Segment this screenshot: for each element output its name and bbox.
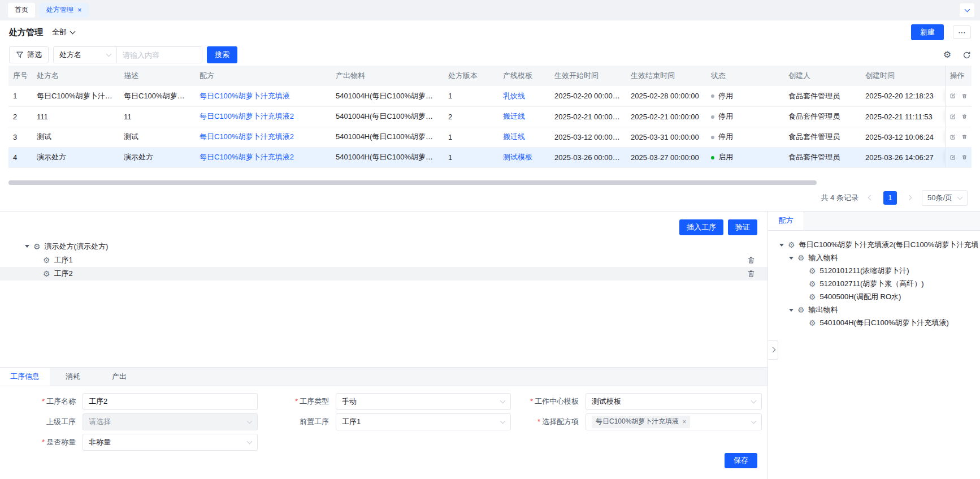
gear-icon: ⚙ xyxy=(797,306,805,314)
formula-material-node[interactable]: ⚙5401004H(每日C100%胡萝卜汁充填液) xyxy=(775,317,978,330)
tab-工序信息[interactable]: 工序信息 xyxy=(0,368,50,386)
scrollbar-thumb[interactable] xyxy=(8,180,817,185)
refresh-icon[interactable] xyxy=(962,51,971,59)
formula-link[interactable]: 每日C100%胡萝卜汁充填液2 xyxy=(200,112,294,120)
page-number-button[interactable]: 1 xyxy=(883,191,897,205)
gear-icon: ⚙ xyxy=(43,270,50,278)
tag-close-icon[interactable]: × xyxy=(682,418,686,426)
weighing-field[interactable]: 非称量 xyxy=(83,434,258,451)
edit-icon[interactable] xyxy=(950,133,956,141)
tab-formula[interactable]: 配方 xyxy=(768,212,804,230)
formula-link[interactable]: 每日C100%胡萝卜汁充填液2 xyxy=(200,153,294,161)
recipe-item-field[interactable]: 每日C100%胡萝卜汁充填液× xyxy=(586,413,762,430)
operation-type-field[interactable]: 手动 xyxy=(336,393,511,410)
validate-button[interactable]: 验证 xyxy=(728,219,757,235)
operation-type-label: *工序类型 xyxy=(258,396,336,407)
table-row[interactable]: 211111每日C100%胡萝卜汁充填液25401004H(每日C100%胡萝卜… xyxy=(8,106,972,127)
tab-产出[interactable]: 产出 xyxy=(96,368,142,386)
cell-status: 停用 xyxy=(706,127,784,147)
panel-collapse-button[interactable] xyxy=(768,340,778,360)
process-tree-root[interactable]: ⚙ 演示处方(演示处方) xyxy=(0,240,767,253)
chevron-down-icon xyxy=(751,398,757,403)
tree-expand-icon[interactable] xyxy=(779,244,784,247)
filter-toolbar: 筛选 处方名 搜索 ⚙ xyxy=(0,44,980,66)
cell-seq: 2 xyxy=(8,106,32,127)
formula-panel-tabs: 配方 xyxy=(768,212,980,231)
line-template-link[interactable]: 搬迁线 xyxy=(503,112,525,120)
settings-gear-icon[interactable]: ⚙ xyxy=(943,50,951,59)
work-center-template-field[interactable]: 测试模板 xyxy=(586,393,762,410)
page-size-value: 50条/页 xyxy=(927,193,952,203)
new-button[interactable]: 新建 xyxy=(911,24,944,40)
formula-tree-root[interactable]: ⚙每日C100%胡萝卜汁充填液2(每日C100%胡萝卜汁充填... xyxy=(775,239,978,252)
column-header: 描述 xyxy=(119,66,195,86)
insert-operation-button[interactable]: 插入工序 xyxy=(679,219,723,235)
edit-icon[interactable] xyxy=(950,153,956,162)
next-page-button[interactable] xyxy=(903,191,916,205)
delete-icon[interactable] xyxy=(962,92,967,100)
window-tab[interactable]: 首页 xyxy=(8,3,35,18)
previous-operation-field[interactable]: 工序1 xyxy=(336,413,511,430)
formula-material-node[interactable]: ⚙5120102711(胡萝卜浆（高纤）) xyxy=(775,278,978,291)
column-header: 创建时间 xyxy=(861,66,945,86)
process-tree-node[interactable]: ⚙工序2 xyxy=(0,267,767,281)
page-size-select[interactable]: 50条/页 xyxy=(922,190,968,206)
cell-recipe-name: 每日C100%胡萝卜汁充... xyxy=(32,86,119,106)
search-input[interactable] xyxy=(117,47,202,63)
delete-node-button[interactable] xyxy=(747,256,755,264)
cell-version: 1 xyxy=(444,147,498,167)
edit-icon[interactable] xyxy=(950,113,956,121)
save-button[interactable]: 保存 xyxy=(725,453,757,468)
formula-tree: ⚙每日C100%胡萝卜汁充填液2(每日C100%胡萝卜汁充填...⚙输入物料⚙5… xyxy=(768,231,980,479)
table-row[interactable]: 3测试测试每日C100%胡萝卜汁充填液25401004H(每日C100%胡萝卜汁… xyxy=(8,127,972,147)
tree-expand-icon[interactable] xyxy=(25,245,29,248)
tree-expand-icon[interactable] xyxy=(789,309,793,312)
gear-icon: ⚙ xyxy=(43,256,50,264)
line-template-link[interactable]: 搬迁线 xyxy=(503,132,525,141)
scope-select-value: 全部 xyxy=(52,27,67,37)
table-row[interactable]: 1每日C100%胡萝卜汁充...每日C100%胡萝卜汁...每日C100%胡萝卜… xyxy=(8,86,972,106)
column-header: 配方 xyxy=(195,66,331,86)
line-template-link[interactable]: 乳饮线 xyxy=(503,92,525,100)
process-tree-node[interactable]: ⚙工序1 xyxy=(0,253,767,267)
filter-button[interactable]: 筛选 xyxy=(9,46,49,63)
prev-page-button[interactable] xyxy=(864,191,878,205)
search-button[interactable]: 搜索 xyxy=(207,46,237,63)
cell-recipe-name: 演示处方 xyxy=(32,147,119,167)
line-template-link[interactable]: 测试模板 xyxy=(503,153,532,161)
formula-link[interactable]: 每日C100%胡萝卜汁充填液2 xyxy=(200,132,294,141)
cell-creator: 食品套件管理员 xyxy=(784,106,861,127)
delete-node-button[interactable] xyxy=(747,270,755,278)
tree-expand-icon[interactable] xyxy=(789,257,793,260)
edit-icon[interactable] xyxy=(950,92,956,100)
scope-select[interactable]: 全部 xyxy=(52,27,75,37)
formula-group-node[interactable]: ⚙输出物料 xyxy=(775,304,978,317)
tab-消耗[interactable]: 消耗 xyxy=(50,368,96,386)
status-dot xyxy=(711,136,714,139)
recipe-table-body: 1每日C100%胡萝卜汁充...每日C100%胡萝卜汁...每日C100%胡萝卜… xyxy=(8,86,972,167)
table-tools: ⚙ xyxy=(943,50,971,59)
window-tab[interactable]: 处方管理× xyxy=(40,3,89,18)
tab-close-icon[interactable]: × xyxy=(77,6,82,14)
cell-description: 每日C100%胡萝卜汁... xyxy=(119,86,195,106)
tabbar-collapse-button[interactable] xyxy=(960,3,974,17)
cell-creator: 食品套件管理员 xyxy=(784,147,861,167)
work-center-template-label: *工作中心模板 xyxy=(511,396,586,407)
delete-icon[interactable] xyxy=(962,153,967,161)
delete-icon[interactable] xyxy=(962,113,967,120)
operation-name-input[interactable] xyxy=(89,397,251,405)
table-row[interactable]: 4演示处方演示处方每日C100%胡萝卜汁充填液25401004H(每日C100%… xyxy=(8,147,972,167)
process-form-grid: *工序名称*工序类型手动*工作中心模板测试模板上级工序请选择前置工序工序1*选择… xyxy=(15,393,767,451)
cell-description: 演示处方 xyxy=(119,147,195,167)
parent-operation-field[interactable]: 请选择 xyxy=(83,413,258,430)
formula-group-node[interactable]: ⚙输入物料 xyxy=(775,252,978,265)
operation-name-field[interactable] xyxy=(83,393,258,410)
more-button[interactable]: ⋯ xyxy=(953,25,971,39)
search-field-select[interactable]: 处方名 xyxy=(54,47,117,63)
delete-icon[interactable] xyxy=(962,133,967,141)
delete-icon[interactable] xyxy=(747,270,755,278)
formula-material-node[interactable]: ⚙5120101211(浓缩胡萝卜汁) xyxy=(775,265,978,278)
formula-link[interactable]: 每日C100%胡萝卜汁充填液 xyxy=(200,92,290,100)
formula-material-node[interactable]: ⚙5400500H(调配用 RO水) xyxy=(775,291,978,304)
delete-icon[interactable] xyxy=(747,256,755,264)
